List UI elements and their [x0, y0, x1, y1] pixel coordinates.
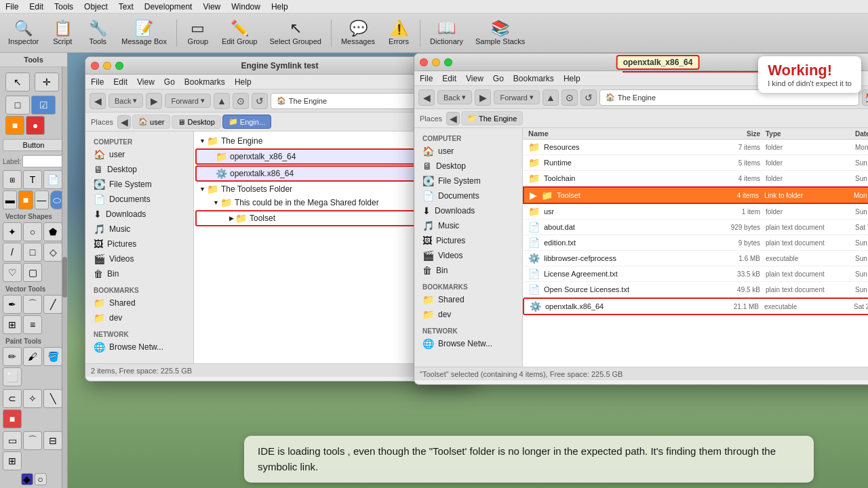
menu-object[interactable]: Object — [84, 2, 108, 12]
tool-grid2[interactable]: ⊞ — [3, 315, 22, 334]
left-sidebar-shared[interactable]: 📁 Shared — [85, 296, 193, 310]
tool-pencil[interactable]: ✏ — [3, 347, 22, 366]
menu-window[interactable]: Window — [231, 2, 260, 12]
left-menu-edit[interactable]: Edit — [113, 77, 127, 87]
left-back-button[interactable]: ◀ — [90, 93, 106, 109]
left-sidebar-music[interactable]: 🎵 Music — [85, 222, 193, 237]
file-row-open-source[interactable]: 📄Open Source Licenses.txt 49.5 kB plain … — [523, 282, 868, 298]
right-sidebar-shared[interactable]: 📁 Shared — [414, 292, 522, 307]
right-sidebar-desktop[interactable]: 🖥 Desktop — [414, 159, 522, 174]
left-sidebar-documents[interactable]: 📄 Documents — [85, 192, 193, 207]
menu-view[interactable]: View — [203, 2, 220, 12]
right-menu-file[interactable]: File — [420, 74, 433, 83]
left-maximize-button[interactable] — [115, 62, 123, 70]
right-maximize-button[interactable] — [444, 58, 452, 66]
right-menu-go[interactable]: Go — [493, 74, 504, 83]
file-row-runtime[interactable]: 📁Runtime 5 items folder Sun — [523, 155, 868, 171]
right-forward-label[interactable]: Forward ▾ — [494, 90, 539, 104]
toolbar-sample-stacks[interactable]: 📚 Sample Stacks — [470, 15, 530, 52]
toolbar-script[interactable]: 📋 Script — [45, 15, 79, 52]
left-places-desktop[interactable]: 🖥 Desktop — [172, 115, 220, 129]
menu-development[interactable]: Development — [144, 2, 193, 12]
left-menu-go[interactable]: Go — [164, 77, 175, 87]
left-menu-view[interactable]: View — [137, 77, 155, 87]
right-menu-edit[interactable]: Edit — [442, 74, 456, 83]
tool-circle-v[interactable]: ○ — [23, 222, 42, 241]
right-sidebar-browse-network[interactable]: 🌐 Browse Netw... — [414, 336, 522, 351]
left-sidebar-downloads[interactable]: ⬇ Downloads — [85, 207, 193, 222]
tool-file[interactable]: 📄 — [43, 170, 62, 189]
right-forward-button[interactable]: ▶ — [475, 89, 491, 106]
tool-arrow[interactable]: ↖ — [5, 73, 30, 92]
file-row-toolchain[interactable]: 📁Toolchain 4 items folder Sun — [523, 171, 868, 186]
right-up-button[interactable]: ▲ — [542, 89, 559, 106]
tool-grid[interactable]: ⊞ — [3, 170, 22, 189]
tool-grid4[interactable]: ⊞ — [3, 451, 22, 470]
tool-cross[interactable]: ✛ — [35, 73, 59, 92]
toolbar-message-box[interactable]: 📝 Message Box — [116, 15, 172, 52]
right-sidebar-downloads[interactable]: ⬇ Downloads — [414, 203, 522, 218]
left-menu-help[interactable]: Help — [235, 77, 252, 87]
tools-scrollbar-thumb[interactable] — [62, 257, 67, 298]
file-row-toolset[interactable]: ▶📁Toolset 4 items Link to folder Mon — [523, 186, 868, 204]
right-sidebar-documents[interactable]: 📄 Documents — [414, 188, 522, 203]
file-row-usr[interactable]: 📁usr 1 item folder Sun — [523, 204, 868, 220]
left-refresh-button[interactable]: ↺ — [252, 93, 268, 109]
left-menu-bookmarks[interactable]: Bookmarks — [184, 77, 225, 87]
tool-lasso[interactable]: ⊂ — [3, 389, 22, 408]
right-back-button[interactable]: ◀ — [418, 89, 435, 106]
right-minimize-button[interactable] — [432, 58, 440, 66]
right-sidebar-user[interactable]: 🏠 user — [414, 144, 522, 159]
left-forward-label[interactable]: Forward ▾ — [165, 94, 210, 108]
left-close-button[interactable] — [91, 62, 99, 70]
tool-orange-rect[interactable]: ■ — [18, 190, 33, 209]
right-sidebar-videos[interactable]: 🎬 Videos — [414, 248, 522, 263]
left-sidebar-filesystem[interactable]: 💽 File System — [85, 177, 193, 192]
menu-help[interactable]: Help — [271, 2, 288, 12]
tool-diamond[interactable]: ◇ — [43, 243, 62, 262]
right-sidebar-filesystem[interactable]: 💽 File System — [414, 174, 522, 188]
tool-round-rect[interactable]: ▢ — [23, 263, 42, 282]
tools-scrollbar[interactable] — [62, 66, 67, 488]
tool-grid3[interactable]: ⊟ — [43, 431, 62, 450]
tool-circle-small[interactable]: ○ — [35, 473, 47, 485]
left-sidebar-user[interactable]: 🏠 user — [85, 147, 193, 162]
tool-heart[interactable]: ♡ — [3, 263, 22, 282]
left-menu-file[interactable]: File — [91, 77, 104, 87]
tool-color-diamond[interactable]: ◆ — [21, 473, 33, 485]
tool-pen[interactable]: ✒ — [3, 295, 22, 314]
left-places-arrow-left[interactable]: ◀ — [117, 115, 131, 129]
toolbar-errors[interactable]: ⚠️ Errors — [382, 15, 416, 52]
tool-filled-rect[interactable]: ■ — [5, 116, 24, 135]
tool-rect[interactable]: □ — [5, 96, 30, 115]
left-sidebar-pictures[interactable]: 🖼 Pictures — [85, 237, 193, 251]
tool-eraser[interactable]: ⬜ — [3, 367, 22, 386]
right-sidebar-music[interactable]: 🎵 Music — [414, 218, 522, 233]
tool-circle[interactable]: ● — [26, 116, 45, 135]
toolbar-group[interactable]: ▭ Group — [181, 15, 215, 52]
toolbar-messages[interactable]: 💬 Messages — [336, 15, 380, 52]
menu-tools[interactable]: Tools — [54, 2, 73, 12]
left-sidebar-videos[interactable]: 🎬 Videos — [85, 251, 193, 266]
right-sidebar-bin[interactable]: 🗑 Bin — [414, 263, 522, 278]
toolbar-inspector[interactable]: 🔍 Inspector — [3, 15, 44, 52]
tool-arc[interactable]: ⌒ — [23, 431, 42, 450]
tool-check-rect[interactable]: ☑ — [31, 96, 56, 115]
tool-poly[interactable]: ⬟ — [43, 222, 62, 241]
tool-label-input[interactable] — [22, 155, 64, 167]
tool-line-p[interactable]: ╲ — [43, 389, 62, 408]
right-close-button[interactable] — [420, 58, 428, 66]
left-sidebar-browse-network[interactable]: 🌐 Browse Netw... — [85, 340, 193, 354]
left-forward-button[interactable]: ▶ — [146, 93, 162, 109]
file-row-resources[interactable]: 📁Resources 7 items folder Mon — [523, 140, 868, 155]
right-sidebar-dev[interactable]: 📁 dev — [414, 307, 522, 322]
file-row-openxtalk[interactable]: ⚙️openxtalk.x86_64 21.1 MB executable Sa… — [523, 298, 868, 315]
tool-brush[interactable]: 🖌 — [23, 347, 42, 366]
tool-magic[interactable]: ✧ — [23, 389, 42, 408]
toolbar-dictionary[interactable]: 📖 Dictionary — [425, 15, 469, 52]
right-places-the-engine[interactable]: 📁 The Engine — [461, 111, 523, 125]
right-menu-help[interactable]: Help — [564, 74, 580, 83]
file-row-about-dat[interactable]: 📄about.dat 929 bytes plain text document… — [523, 220, 868, 235]
tool-rect-v[interactable]: □ — [23, 243, 42, 262]
tool-red-paint[interactable]: ■ — [3, 409, 22, 428]
